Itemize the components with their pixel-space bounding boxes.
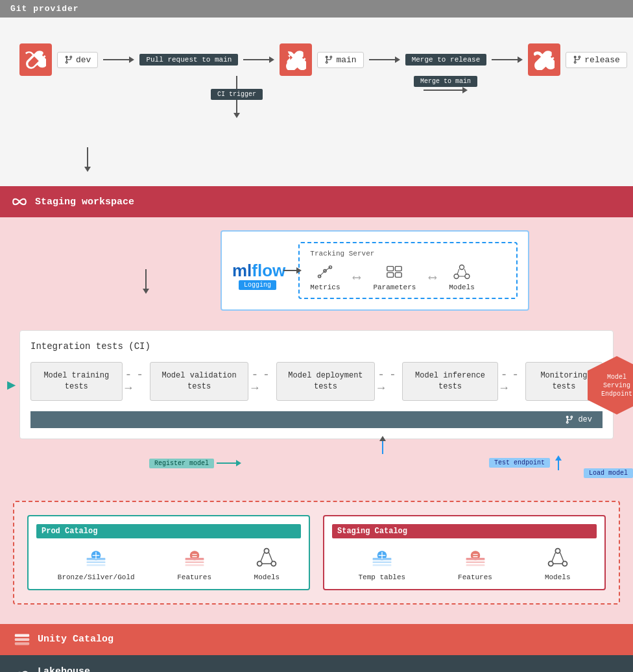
model-serving-label: Model Serving Endpoint — [588, 366, 633, 405]
svg-point-29 — [555, 548, 560, 553]
dev-bar-branch-icon — [565, 415, 574, 424]
dev-bar: dev — [30, 411, 603, 428]
features-icon-1 — [183, 546, 206, 570]
model-serving-endpoint: Model Serving Endpoint — [588, 356, 633, 414]
unity-catalog-wrapper: Prod Catalog Bronze/Silver/Gol — [13, 501, 620, 605]
mlflow-section: mlflow Logging Tracking Server — [221, 230, 529, 311]
staging-icon — [10, 193, 29, 211]
dev-branch-label: dev — [76, 55, 91, 65]
unity-catalog-label: Unity Catalog — [38, 634, 113, 645]
merge-to-release-label: Merge to release — [405, 54, 487, 66]
unity-catalog-icon — [13, 630, 31, 649]
table-icon-1 — [84, 546, 108, 570]
staging-catalog-items: Temp tables Features — [332, 546, 597, 581]
svg-point-7 — [460, 265, 464, 270]
svg-rect-4 — [396, 267, 402, 271]
parameters-icon — [385, 263, 403, 281]
metrics-icon — [316, 263, 334, 281]
merge-to-main-label: Merge to main — [414, 76, 477, 87]
branch-label-dev: dev — [57, 52, 98, 68]
svg-point-20 — [272, 561, 276, 566]
lakehouse-bar: Lakehouse — [0, 655, 633, 672]
svg-rect-23 — [372, 561, 391, 563]
prod-catalog-items: Bronze/Silver/Gold Features — [36, 546, 301, 581]
model-validation-tests-box: Model validation tests — [150, 362, 249, 401]
model-deployment-tests-box: Model deployment tests — [276, 362, 376, 401]
prod-catalog-header: Prod Catalog — [36, 524, 301, 538]
git-icon-main — [280, 43, 312, 76]
model-inference-tests-box: Model inference tests — [402, 362, 497, 401]
svg-rect-6 — [396, 272, 402, 277]
parameters-label: Parameters — [373, 283, 416, 291]
main-branch-label: main — [336, 55, 356, 65]
tracking-item-metrics: Metrics — [310, 263, 340, 291]
arrow-1: - - → — [123, 368, 150, 394]
models-label-tracking: Models — [449, 283, 475, 291]
svg-rect-33 — [15, 638, 29, 640]
logging-badge: Logging — [239, 280, 276, 290]
branch-label-main: main — [317, 52, 363, 68]
models-icon-1 — [255, 546, 278, 570]
tracking-item-models: Models — [449, 263, 475, 291]
metrics-label: Metrics — [310, 283, 340, 291]
svg-point-18 — [265, 548, 269, 553]
dev-bar-label: dev — [578, 415, 592, 424]
svg-rect-12 — [87, 561, 106, 563]
test-endpoint-label: Test endpoint — [489, 458, 550, 468]
git-icon-dev — [19, 43, 52, 76]
svg-rect-34 — [15, 642, 29, 645]
integration-tests-box: Integration tests (CI) ▶ Model training … — [19, 330, 614, 439]
staging-features-label: Features — [458, 573, 492, 581]
integration-tests-row: Model training tests - - → Model validat… — [30, 362, 603, 401]
prod-bronze-silver-gold: Bronze/Silver/Gold — [58, 546, 135, 581]
arrow-2: - - → — [248, 368, 276, 394]
model-training-tests-label: Model training tests — [43, 371, 109, 391]
svg-rect-15 — [185, 558, 204, 560]
prod-bronze-label: Bronze/Silver/Gold — [58, 573, 135, 581]
svg-rect-3 — [387, 267, 394, 271]
svg-rect-26 — [466, 558, 484, 560]
lakehouse-label: Lakehouse — [38, 666, 90, 672]
prod-models-label: Models — [254, 573, 280, 581]
svg-point-8 — [454, 274, 459, 279]
release-branch-label: release — [584, 55, 620, 65]
svg-rect-17 — [185, 564, 204, 566]
monitoring-tests-label: Monitoring tests — [540, 371, 587, 391]
tracking-server-title: Tracking Server — [310, 250, 506, 258]
staging-workspace-label: Staging workspace — [35, 197, 134, 208]
arrow-4: - - → — [498, 368, 525, 394]
load-model-label: Load model — [584, 468, 633, 478]
catalogs-row: Prod Catalog Bronze/Silver/Gol — [21, 509, 612, 597]
model-deployment-tests-label: Model deployment tests — [288, 371, 363, 391]
staging-catalog-header: Staging Catalog — [332, 524, 597, 538]
staging-models: Models — [545, 546, 571, 581]
staging-models-label: Models — [545, 573, 571, 581]
features-icon-2 — [464, 546, 487, 570]
svg-point-9 — [465, 274, 470, 279]
svg-point-31 — [562, 561, 567, 566]
tracking-items: Metrics ⟷ Parameters ⟷ — [310, 263, 506, 291]
svg-rect-27 — [466, 561, 484, 563]
model-training-tests-box: Model training tests — [30, 362, 123, 401]
mlflow-logo: mlflow — [232, 261, 285, 281]
svg-point-19 — [257, 561, 262, 566]
git-provider-bar: Git provider — [0, 0, 633, 18]
prod-models: Models — [254, 546, 280, 581]
git-provider-label: Git provider — [10, 4, 79, 14]
register-model-label: Register model — [149, 459, 214, 468]
staging-temp-tables: Temp tables — [358, 546, 405, 581]
branch-label-release: release — [566, 52, 627, 68]
staging-header: Staging workspace — [0, 186, 633, 217]
svg-rect-16 — [185, 561, 204, 563]
staging-body: mlflow Logging Tracking Server — [0, 217, 633, 624]
staging-temp-tables-label: Temp tables — [358, 573, 405, 581]
staging-workspace: Staging workspace mlflow Logging — [0, 186, 633, 624]
pull-request-label: Pull request to main — [139, 54, 238, 66]
unity-catalog-bar: Unity Catalog — [0, 624, 633, 655]
prod-features: Features — [177, 546, 211, 581]
prod-features-label: Features — [177, 573, 211, 581]
prod-catalog-box: Prod Catalog Bronze/Silver/Gol — [27, 515, 310, 590]
staging-catalog-box: Staging Catalog Temp tables — [323, 515, 606, 590]
top-git-flow-row: dev Pull request to main main — [19, 43, 614, 76]
svg-point-30 — [548, 561, 553, 566]
